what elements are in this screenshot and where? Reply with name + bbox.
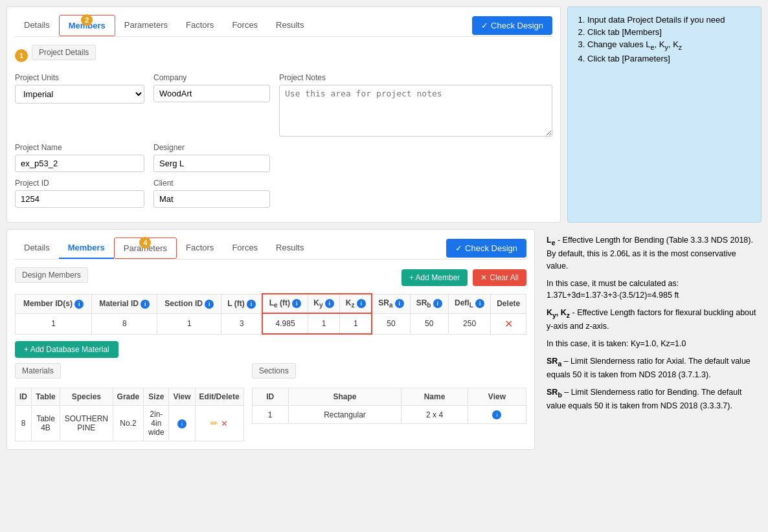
project-id-label: Project ID xyxy=(15,179,144,188)
client-input[interactable] xyxy=(153,190,270,208)
company-input[interactable] xyxy=(153,85,270,102)
badge-1: 1 xyxy=(15,49,28,62)
info-sra[interactable]: i xyxy=(395,299,404,308)
tab-forces-bottom[interactable]: Forces xyxy=(223,238,267,259)
material-row-1: 8 Table 4B SOUTHERN PINE No.2 2in-4in wi… xyxy=(16,406,244,441)
member-row-1: 1 8 1 3 4.985 1 1 50 50 250 ✕ xyxy=(16,313,526,334)
info-le[interactable]: i xyxy=(292,299,301,308)
sec-id: 1 xyxy=(252,406,288,424)
tab-details-bottom[interactable]: Details xyxy=(15,238,59,259)
th-member-ids: Member ID(s) i xyxy=(16,294,92,313)
project-notes-textarea[interactable] xyxy=(279,85,552,137)
badge-4: 4 xyxy=(139,237,151,249)
sec-name: 2 x 4 xyxy=(401,406,468,424)
cell-material-id: 8 xyxy=(92,313,157,334)
cell-delete[interactable]: ✕ xyxy=(491,313,526,334)
ky-kz-desc: - Effective Length factors for flexural … xyxy=(547,308,756,331)
tab-members-bottom[interactable]: Members xyxy=(59,238,114,259)
materials-section: + Add Database Material Materials ID Tab… xyxy=(15,341,244,441)
tab-forces-top[interactable]: Forces xyxy=(223,15,267,36)
cell-section-id: 1 xyxy=(157,313,221,334)
check-design-btn-top[interactable]: ✓ Check Design xyxy=(472,16,552,35)
instruction-1: Input data Project Details if you need xyxy=(587,15,753,25)
delete-material-icon[interactable]: ✕ xyxy=(221,419,228,428)
info-defl[interactable]: i xyxy=(475,299,484,308)
info-kz[interactable]: i xyxy=(357,299,366,308)
mat-grade: No.2 xyxy=(113,406,144,441)
th-sec-id: ID xyxy=(252,388,288,406)
instruction-4: Click tab [Parameters] xyxy=(587,54,753,63)
add-database-material-btn[interactable]: + Add Database Material xyxy=(15,341,119,358)
th-mat-table: Table xyxy=(32,388,60,406)
mat-id: 8 xyxy=(16,406,32,441)
cell-le[interactable]: 4.985 xyxy=(262,313,308,334)
company-label: Company xyxy=(153,73,270,82)
th-mat-size: Size xyxy=(144,388,169,406)
mat-view[interactable]: i xyxy=(169,406,195,441)
mat-table: Table 4B xyxy=(32,406,60,441)
members-table: Member ID(s) i Material ID i Section ID … xyxy=(15,293,526,335)
clear-all-btn[interactable]: ✕ Clear All xyxy=(473,269,526,286)
check-design-btn-bottom[interactable]: ✓ Check Design xyxy=(446,239,526,258)
th-mat-grade: Grade xyxy=(113,388,144,406)
mat-species: SOUTHERN PINE xyxy=(60,406,113,441)
th-mat-editdelete: Edit/Delete xyxy=(195,388,243,406)
tab-results-top[interactable]: Results xyxy=(267,15,313,36)
th-section-id: Section ID i xyxy=(157,294,221,313)
client-label: Client xyxy=(153,179,270,188)
th-mat-id: ID xyxy=(16,388,32,406)
instruction-2: Click tab [Members] xyxy=(587,27,753,37)
info-srb[interactable]: i xyxy=(433,299,442,308)
add-member-btn[interactable]: + Add Member xyxy=(401,269,468,286)
tab-factors-bottom[interactable]: Factors xyxy=(177,238,223,259)
info-material-id[interactable]: i xyxy=(141,300,150,309)
srb-desc: – Limit Slenderness ratio for Bending. T… xyxy=(547,388,741,410)
le-calc: In this case, it must be calculated as: … xyxy=(547,278,756,302)
mat-editdelete: ✏ ✕ xyxy=(195,406,243,441)
tab-factors-top[interactable]: Factors xyxy=(177,15,223,36)
th-mat-view: View xyxy=(169,388,195,406)
le-desc: - Effective Length for Bending (Table 3.… xyxy=(547,236,753,271)
th-kz: Kz i xyxy=(340,294,372,313)
sec-view[interactable]: i xyxy=(468,406,526,424)
th-sra: SRa i xyxy=(372,294,410,313)
sections-section: Sections ID Shape Name View xyxy=(252,341,526,441)
tab-results-bottom[interactable]: Results xyxy=(267,238,313,259)
ky-kz-title: Ky, Kz xyxy=(547,308,570,317)
sra-desc: – Limit Slenderness ratio for Axial. The… xyxy=(547,357,751,379)
mat-view-icon[interactable]: i xyxy=(177,419,186,428)
clear-icon: ✕ xyxy=(480,273,487,282)
materials-table: ID Table Species Grade Size View Edit/De… xyxy=(15,388,244,441)
delete-member-icon[interactable]: ✕ xyxy=(504,318,513,329)
tab-details-top[interactable]: Details xyxy=(15,15,59,36)
sections-table: ID Shape Name View 1 Rectangular 2 x 4 xyxy=(252,388,526,424)
sec-shape: Rectangular xyxy=(288,406,401,424)
project-units-select[interactable]: Imperial Metric xyxy=(15,85,144,104)
th-defl: DeflL i xyxy=(448,294,491,313)
designer-input[interactable] xyxy=(153,155,270,172)
cell-member-ids: 1 xyxy=(16,313,92,334)
project-units-label: Project Units xyxy=(15,73,144,82)
project-id-input[interactable] xyxy=(15,190,144,208)
th-srb: SRb i xyxy=(410,294,448,313)
srb-title: SRb xyxy=(547,388,562,397)
th-le: Le (ft) i xyxy=(262,294,308,313)
info-member-ids[interactable]: i xyxy=(74,300,84,309)
tab-parameters-top[interactable]: Parameters xyxy=(115,15,177,36)
design-members-header: Design Members xyxy=(15,267,88,283)
th-delete: Delete xyxy=(491,294,526,313)
project-name-input[interactable] xyxy=(15,155,144,172)
info-panel-bottom: Le - Effective Length for Bending (Table… xyxy=(541,229,762,450)
project-notes-label: Project Notes xyxy=(279,73,552,82)
info-section-id[interactable]: i xyxy=(205,300,214,309)
th-mat-species: Species xyxy=(60,388,113,406)
info-l[interactable]: i xyxy=(247,300,256,309)
sec-view-icon[interactable]: i xyxy=(492,410,501,419)
designer-label: Designer xyxy=(153,143,270,152)
instruction-3: Change values Le, Ky, Kz xyxy=(587,39,753,51)
ky-kz-calc: In this case, it is taken: Ky=1.0, Kz=1.… xyxy=(547,338,756,350)
cell-kz[interactable]: 1 xyxy=(340,313,372,334)
info-ky[interactable]: i xyxy=(325,299,334,308)
edit-material-icon[interactable]: ✏ xyxy=(210,418,218,428)
cell-ky[interactable]: 1 xyxy=(308,313,340,334)
